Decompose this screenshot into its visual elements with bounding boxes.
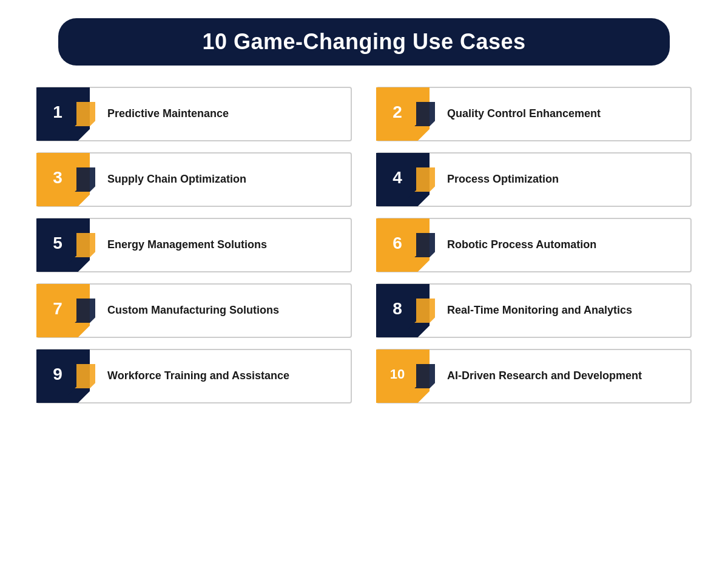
card-6: 6 Robotic Process Automation bbox=[376, 218, 692, 272]
card-label-2: Quality Control Enhancement bbox=[444, 88, 690, 140]
card-label-6: Robotic Process Automation bbox=[444, 219, 690, 271]
badge-wrapper-10: 10 bbox=[377, 350, 444, 402]
badge-number-9: 9 bbox=[39, 357, 76, 395]
badge-wrapper-5: 5 bbox=[38, 219, 104, 271]
badge-number-7: 7 bbox=[39, 292, 76, 329]
badge-number-1: 1 bbox=[39, 95, 76, 133]
card-label-3: Supply Chain Optimization bbox=[104, 154, 351, 206]
card-label-1: Predictive Maintenance bbox=[104, 88, 351, 140]
card-label-9: Workforce Training and Assistance bbox=[104, 350, 351, 402]
badge-number-text-6: 6 bbox=[393, 234, 402, 253]
card-1: 1 Predictive Maintenance bbox=[36, 87, 352, 141]
badge-wrapper-6: 6 bbox=[377, 219, 444, 271]
card-label-8: Real-Time Monitoring and Analytics bbox=[444, 285, 690, 337]
badge-wrapper-3: 3 bbox=[38, 154, 104, 206]
card-3: 3 Supply Chain Optimization bbox=[36, 152, 352, 207]
badge-number-text-8: 8 bbox=[393, 299, 402, 319]
badge-number-text-1: 1 bbox=[53, 103, 62, 122]
badge-wrapper-8: 8 bbox=[377, 285, 444, 337]
badge-wrapper-9: 9 bbox=[38, 350, 104, 402]
badge-wrapper-1: 1 bbox=[38, 88, 104, 140]
badge-number-2: 2 bbox=[379, 95, 416, 133]
card-label-5: Energy Management Solutions bbox=[104, 219, 351, 271]
badge-number-text-2: 2 bbox=[393, 103, 402, 122]
badge-number-4: 4 bbox=[379, 161, 416, 198]
badge-number-6: 6 bbox=[379, 226, 416, 264]
card-7: 7 Custom Manufacturing Solutions bbox=[36, 283, 352, 338]
badge-number-text-5: 5 bbox=[53, 234, 62, 253]
card-2: 2 Quality Control Enhancement bbox=[376, 87, 692, 141]
badge-number-3: 3 bbox=[39, 161, 76, 198]
badge-number-10: 10 bbox=[379, 357, 416, 395]
card-4: 4 Process Optimization bbox=[376, 152, 692, 207]
card-label-7: Custom Manufacturing Solutions bbox=[104, 285, 351, 337]
badge-wrapper-2: 2 bbox=[377, 88, 444, 140]
card-8: 8 Real-Time Monitoring and Analytics bbox=[376, 283, 692, 338]
badge-number-8: 8 bbox=[379, 292, 416, 329]
card-10: 10 AI-Driven Research and Development bbox=[376, 349, 692, 403]
card-label-10: AI-Driven Research and Development bbox=[444, 350, 690, 402]
badge-number-text-3: 3 bbox=[53, 168, 62, 187]
badge-number-text-9: 9 bbox=[53, 365, 62, 384]
title-container: 10 Game-Changing Use Cases bbox=[58, 18, 670, 66]
badge-wrapper-7: 7 bbox=[38, 285, 104, 337]
badge-number-5: 5 bbox=[39, 226, 76, 264]
cards-grid: 1 Predictive Maintenance 2 Quality Contr… bbox=[24, 87, 704, 403]
badge-number-text-7: 7 bbox=[53, 299, 62, 319]
badge-number-text-10: 10 bbox=[390, 366, 405, 382]
badge-number-text-4: 4 bbox=[393, 168, 402, 187]
card-label-4: Process Optimization bbox=[444, 154, 690, 206]
badge-wrapper-4: 4 bbox=[377, 154, 444, 206]
card-5: 5 Energy Management Solutions bbox=[36, 218, 352, 272]
card-9: 9 Workforce Training and Assistance bbox=[36, 349, 352, 403]
page-title: 10 Game-Changing Use Cases bbox=[107, 29, 621, 55]
